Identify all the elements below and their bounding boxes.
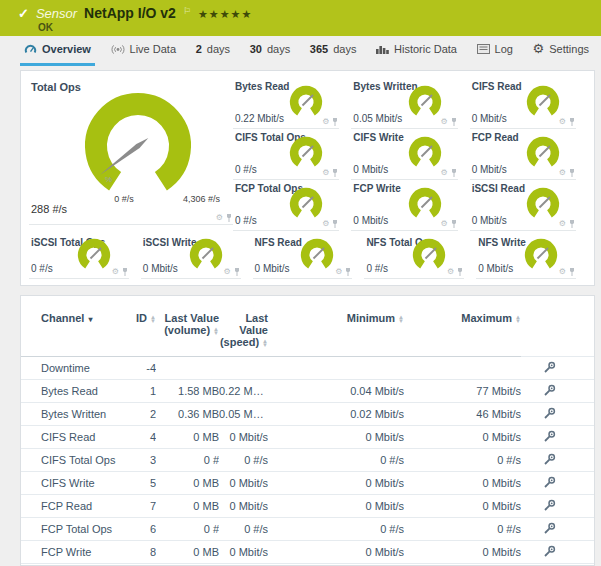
pin-icon[interactable] [450,219,458,228]
cell-channel: FCP Read [21,495,121,518]
gear-icon[interactable]: ⚙ [440,118,447,126]
gear-icon[interactable]: ⚙ [447,268,454,276]
channel-settings-icon[interactable] [543,522,556,537]
sort-desc-icon[interactable]: ▾ [88,315,92,324]
gauge-tile: NFS Total Ops0 #/s⚙ [364,233,476,278]
tab-number: 2 [196,43,202,55]
channel-settings-icon[interactable] [543,545,556,560]
tab-bar: Overview Live Data 2 days 30 days 365 da… [0,36,601,66]
sort-icon[interactable]: ▲▼ [398,315,404,323]
cell-minimum: 0 Mbit/s [268,495,404,518]
col-header-id[interactable]: ID▲▼ [121,298,156,357]
tab-overview[interactable]: Overview [20,43,95,66]
gear-icon[interactable]: ⚙ [322,118,329,126]
tab-settings[interactable]: ⚙ Settings [529,43,593,66]
cell-last-value-speed: 0 Mbit/s [219,541,268,564]
gear-icon[interactable]: ⚙ [335,268,342,276]
channel-settings-icon[interactable] [543,384,556,399]
sort-icon[interactable]: ▲▼ [262,339,268,347]
channel-settings-icon[interactable] [543,476,556,491]
channel-settings-icon[interactable] [543,407,556,422]
gear-icon[interactable]: ⚙ [559,118,566,126]
col-header-maximum[interactable]: Maximum▲▼ [404,298,521,357]
pin-icon[interactable] [225,213,233,222]
flag-icon[interactable]: ⚐ [183,6,191,16]
cell-last-value-speed: 0 Mbit/s [219,426,268,449]
gauge-tile: iSCSI Read0 Mbit/s⚙ [470,179,588,230]
cell-last-value-volume: 0.36 MB [156,403,219,426]
pin-icon[interactable] [568,267,576,276]
table-body: Downtime-4Bytes Read11.58 MB0.22 Mbit/s0… [21,357,595,566]
pin-icon[interactable] [121,267,129,276]
col-header-last-value-volume[interactable]: Last Value (volume)▲▼ [156,298,219,357]
sort-icon[interactable]: ▲▼ [150,315,156,323]
gauge-title: NFS Write [478,237,526,248]
gear-icon[interactable]: ⚙ [216,214,223,222]
gauge-title: NFS Read [255,237,302,248]
priority-stars[interactable]: ★★★★★ [198,8,252,21]
pin-icon[interactable] [233,267,241,276]
tab-live-data[interactable]: Live Data [107,43,180,66]
tab-label: days [207,43,230,55]
cell-last-value-speed: 0.05 Mbit/s [219,403,268,426]
tile-actions: ⚙ [447,267,464,276]
gear-icon[interactable]: ⚙ [440,220,447,228]
pin-icon[interactable] [450,117,458,126]
gear-icon[interactable]: ⚙ [559,268,566,276]
gear-icon[interactable]: ⚙ [559,169,566,177]
tab-label: Settings [549,43,589,55]
sort-icon[interactable]: ▲▼ [213,327,219,335]
pin-icon[interactable] [568,219,576,228]
channel-settings-icon[interactable] [543,453,556,468]
gauge-value: 0 Mbit/s [143,263,178,274]
gauge-tile: Bytes Read0.22 Mbit/s⚙ [233,77,351,128]
tab-historic-data[interactable]: Historic Data [372,43,461,66]
gauge-value: 0 Mbit/s [353,215,388,226]
channel-settings-icon[interactable] [543,361,556,376]
col-header-channel[interactable]: Channel▾ [21,298,121,357]
col-header-last-value-speed[interactable]: Last Value (speed)▲▼ [219,298,268,357]
cell-id: 2 [121,403,156,426]
pin-icon[interactable] [568,168,576,177]
gear-icon[interactable]: ⚙ [322,220,329,228]
gear-icon[interactable]: ⚙ [440,169,447,177]
gauge-value: 0 Mbit/s [472,113,507,124]
table-row: FCP Write80 MB0 Mbit/s0 Mbit/s0 Mbit/s [21,541,595,564]
cell-last-value-speed: 0 Mbit/s [219,495,268,518]
col-header-minimum[interactable]: Minimum▲▼ [268,298,404,357]
cell-id: 3 [121,449,156,472]
table-row: CIFS Read40 MB0 Mbit/s0 Mbit/s0 Mbit/s [21,426,595,449]
tab-30-days[interactable]: 30 days [246,43,295,66]
small-gauge-row: iSCSI Total Ops0 #/s⚙iSCSI Write0 Mbit/s… [29,233,588,278]
pin-icon[interactable] [331,168,339,177]
gauge-title: CIFS Read [472,81,522,92]
tab-2-days[interactable]: 2 days [192,43,234,66]
cell-channel: CIFS Write [21,472,121,495]
table-row: Bytes Written20.36 MB0.05 Mbit/s0.02 Mbi… [21,403,595,426]
sort-icon[interactable]: ▲▼ [515,315,521,323]
gauge-dial [406,134,444,172]
pin-icon[interactable] [331,219,339,228]
pin-icon[interactable] [456,267,464,276]
gauge-value: 0 #/s [31,263,53,274]
gear-icon[interactable]: ⚙ [559,220,566,228]
cell-last-value-volume: 0 MB [156,426,219,449]
pin-icon[interactable] [331,117,339,126]
gauge-value: 0.05 Mbit/s [353,113,402,124]
pin-icon[interactable] [344,267,352,276]
gear-icon[interactable]: ⚙ [322,169,329,177]
gauge-tile: FCP Read0 Mbit/s⚙ [470,128,588,179]
gear-icon[interactable]: ⚙ [112,268,119,276]
tab-365-days[interactable]: 365 days [306,43,361,66]
pin-icon[interactable] [450,168,458,177]
pin-icon[interactable] [568,117,576,126]
gauge-tile: FCP Total Ops0 #/s⚙ [233,179,351,230]
gear-icon[interactable]: ⚙ [223,268,230,276]
channel-settings-icon[interactable] [543,499,556,514]
gauge-value: 0.22 Mbit/s [235,113,284,124]
gauge-tile: NFS Read0 Mbit/s⚙ [253,233,365,278]
object-type-label: Sensor [36,6,77,21]
gauge-value: 0 Mbit/s [472,164,507,175]
tab-log[interactable]: Log [473,43,517,66]
channel-settings-icon[interactable] [543,430,556,445]
